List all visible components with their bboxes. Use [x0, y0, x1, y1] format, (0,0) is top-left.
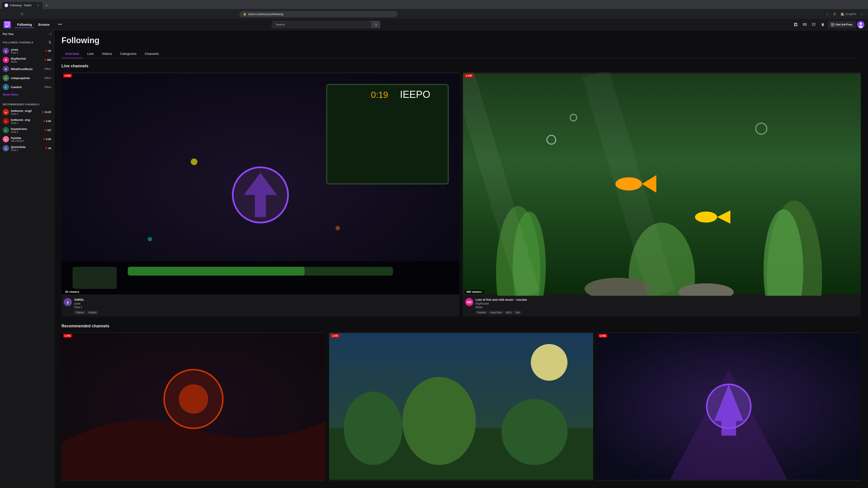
tab-categories[interactable]: Categories [117, 50, 140, 58]
betboom2-name: betboom_eng2 [11, 109, 40, 112]
address-bar[interactable]: 🔒 twitch.tv/directory/following [239, 11, 398, 17]
user-avatar[interactable] [857, 21, 864, 28]
kuyan-viewers: 127 [47, 129, 51, 131]
tag-mls[interactable]: MLS [504, 311, 513, 314]
yowe-stream-avatar: y [64, 298, 72, 306]
rayrachel-details: Lots of fish and chill music - !socials … [475, 298, 859, 314]
yowe-game: Dota 2 [11, 51, 43, 54]
quinn-game: Dota 2 [11, 149, 43, 151]
yowe-status: 2K [45, 50, 51, 52]
nav-following[interactable]: Following [14, 22, 35, 28]
rayrachel-live-badge: LIVE [465, 74, 473, 77]
yowe-stream-channel: yowe [74, 302, 457, 305]
sidebar-item-mikarosemusic[interactable]: M MikaRoseMusic Offline [0, 64, 54, 73]
search-bar-container [272, 21, 380, 28]
sidebar-item-solapsapdota[interactable]: s solapsapdota Offline [0, 73, 54, 83]
rec-card-2[interactable]: LIVE [329, 332, 593, 481]
sidebar-item-yowe[interactable]: y yowe Dota 2 2K [0, 46, 54, 55]
rayrachel-stream-category: Music [475, 306, 859, 309]
rec-card-1[interactable]: LIVE [61, 332, 326, 481]
caedrel-status: Offline [44, 86, 51, 88]
sidebar-item-kuyanicwxc[interactable]: k kuyanicwxc Dota 2 127 [0, 126, 54, 135]
reader-button[interactable]: ☰ [831, 11, 838, 17]
rec1-live-badge: LIVE [63, 334, 72, 337]
quinn-name: Quinndota [11, 145, 43, 149]
incognito-button[interactable]: 🕵 Incognito [839, 11, 858, 17]
stream-card-rayrachel[interactable]: LIVE 660 viewers RR Lots of fish and chi… [463, 72, 861, 317]
kuyan-name: kuyanicwxc [11, 127, 43, 131]
chrome-menu-button[interactable]: ⋮ [859, 11, 865, 17]
recommended-section: Recommended channels [61, 324, 861, 481]
svg-point-60 [344, 392, 403, 465]
twitch-logo[interactable] [4, 21, 11, 28]
tag-fortnite[interactable]: Fortnite [475, 311, 488, 314]
tag-filipino[interactable]: Filipino [74, 311, 86, 314]
mika-offline: Offline [44, 68, 51, 70]
svg-text:b: b [5, 121, 6, 123]
svg-text:0:19: 0:19 [371, 90, 388, 100]
sidebar-item-rayrachel[interactable]: R RayRachel Music 660 [0, 55, 54, 64]
sort-icon[interactable]: ⇅ [49, 40, 51, 44]
main-content: Following Overview Live Videos Categorie… [54, 30, 868, 488]
search-submit-button[interactable] [371, 21, 380, 28]
svg-text:C: C [5, 86, 6, 89]
reload-button[interactable]: ↻ [19, 11, 25, 17]
url-text: twitch.tv/directory/following [248, 12, 394, 16]
tag-fish[interactable]: fish [514, 311, 522, 314]
sidebar-item-kyedae[interactable]: K Kyedae VALORANT 8.5K [0, 135, 54, 144]
new-tab-button[interactable]: + [43, 2, 50, 8]
tab-videos[interactable]: Videos [98, 50, 116, 58]
yowe-live-dot [45, 50, 47, 52]
rec-card-3[interactable]: LIVE [597, 332, 861, 481]
browser-tab[interactable]: Following - Twitch ✕ [2, 2, 42, 9]
nav-more-button[interactable]: ••• [56, 21, 64, 28]
inbox-button[interactable] [801, 21, 808, 28]
rec2-live-badge: LIVE [331, 334, 340, 337]
clips-button[interactable] [792, 21, 799, 28]
svg-point-48 [695, 212, 717, 223]
rayrachel-tags: Fortnite HypeTrain MLS fish [475, 311, 859, 314]
nav-bar: ← → ↻ 🔒 twitch.tv/directory/following ☆ … [0, 9, 868, 19]
rayrachel-game: Music [11, 60, 43, 63]
yowe-details: ANREL yowe Dota 2 Filipino English [74, 298, 457, 314]
sidebar-item-betboom-eng[interactable]: b betboom_eng Dota 2 5.6K [0, 117, 54, 126]
mika-avatar: M [3, 66, 9, 72]
yowe-live-badge: LIVE [63, 74, 72, 77]
search-input[interactable] [272, 21, 380, 28]
kyedae-name: Kyedae [11, 136, 41, 140]
kuyan-info: kuyanicwxc Dota 2 [11, 127, 43, 133]
solaps-offline: Offline [44, 76, 51, 79]
forward-button[interactable]: → [11, 11, 17, 17]
close-tab-button[interactable]: ✕ [36, 4, 40, 7]
tab-overview[interactable]: Overview [61, 50, 83, 58]
whisper-button[interactable] [810, 21, 817, 28]
nav-browse[interactable]: Browse [35, 22, 53, 28]
stream-card-yowe[interactable]: IEEPO 0:19 LIVE 2K viewers [61, 72, 459, 317]
tag-english[interactable]: English [87, 311, 98, 314]
sidebar-item-quinndota[interactable]: Q Quinndota Dota 2 3K [0, 144, 54, 153]
tab-channels[interactable]: Channels [141, 50, 162, 58]
mika-info: MikaRoseMusic [11, 67, 42, 71]
solaps-status: Offline [44, 76, 51, 79]
solaps-name: solapsapdota [11, 76, 42, 80]
solaps-info: solapsapdota [11, 76, 42, 80]
get-ad-free-button[interactable]: Get Ad-Free [828, 21, 855, 28]
sidebar-item-betboom-eng2[interactable]: b2 betboom_eng2 Dota 2 16.2K [0, 107, 54, 117]
rayrachel-avatar: R [3, 57, 9, 63]
tabs: Overview Live Videos Categories Channels [61, 50, 861, 58]
mika-name: MikaRoseMusic [11, 67, 42, 71]
notifications-button[interactable] [819, 21, 827, 28]
back-button[interactable]: ← [3, 11, 9, 17]
sidebar-item-caedrel[interactable]: C Caedrel Offline [0, 83, 54, 92]
caedrel-info: Caedrel [11, 86, 42, 89]
tab-live[interactable]: Live [84, 50, 97, 58]
sidebar-collapse-icon[interactable]: ←| [47, 32, 51, 36]
show-more-button[interactable]: Show More [0, 92, 54, 98]
star-button[interactable]: ☆ [824, 11, 831, 17]
svg-text:y: y [67, 300, 69, 304]
betboom2-info: betboom_eng2 Dota 2 [11, 109, 40, 115]
tag-hypetrain[interactable]: HypeTrain [489, 311, 503, 314]
rec3-live-badge: LIVE [598, 334, 607, 337]
svg-text:s: s [5, 77, 6, 79]
yowe-stream-info: y ANREL yowe Dota 2 Filipino English [61, 296, 459, 317]
